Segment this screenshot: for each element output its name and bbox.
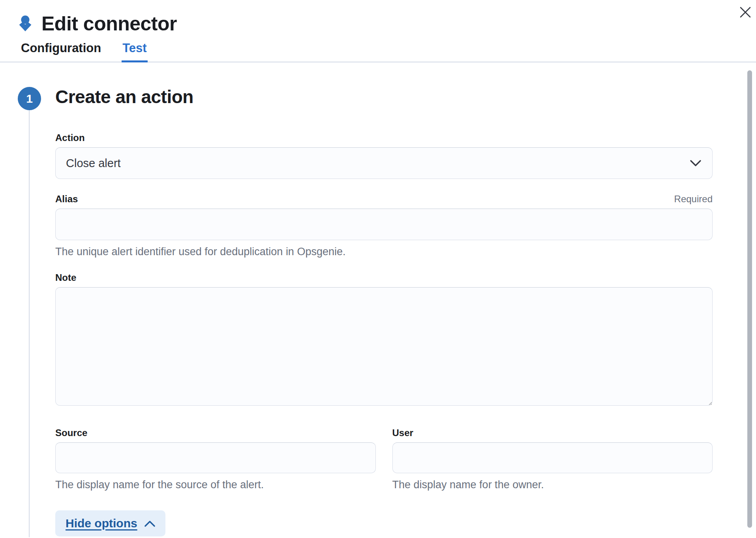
action-label: Action: [55, 132, 713, 143]
alias-help-text: The unique alert identifier used for ded…: [55, 245, 713, 258]
tab-test[interactable]: Test: [122, 40, 147, 62]
step-title: Create an action: [55, 86, 713, 107]
page-title: Edit connector: [41, 13, 177, 34]
note-label: Note: [55, 272, 713, 283]
note-field-row: Note: [55, 272, 713, 407]
test-connector-form: 1 Create an action Action Close alert Al…: [0, 62, 756, 537]
hide-options-button[interactable]: Hide options: [55, 510, 165, 536]
close-icon: [739, 6, 751, 18]
alias-field-row: Alias Required The unique alert identifi…: [55, 193, 713, 258]
close-button[interactable]: [736, 3, 754, 21]
source-field: Source The display name for the source o…: [55, 427, 376, 491]
action-select-value: Close alert: [66, 157, 121, 170]
alias-label: Alias: [55, 193, 78, 205]
flyout-header: Edit connector: [0, 0, 756, 34]
tab-configuration[interactable]: Configuration: [20, 40, 102, 62]
action-field-row: Action Close alert: [55, 132, 713, 179]
source-user-row: Source The display name for the source o…: [55, 427, 713, 491]
chevron-down-icon: [690, 160, 701, 167]
alias-required-text: Required: [674, 193, 713, 205]
user-label: User: [392, 427, 713, 438]
action-select[interactable]: Close alert: [55, 147, 713, 179]
step-rail: [29, 110, 30, 537]
user-input[interactable]: [392, 442, 713, 473]
opsgenie-logo-icon: [19, 15, 32, 32]
note-textarea[interactable]: [55, 287, 713, 406]
step-number-badge: 1: [18, 87, 41, 110]
chevron-up-icon: [144, 520, 155, 527]
source-input[interactable]: [55, 442, 376, 473]
hide-options-label: Hide options: [66, 517, 137, 530]
user-field: User The display name for the owner.: [392, 427, 713, 491]
alias-input[interactable]: [55, 209, 713, 240]
source-label: Source: [55, 427, 376, 438]
tabs-bar: Configuration Test: [0, 40, 756, 62]
vertical-scrollbar[interactable]: [747, 70, 752, 528]
source-help-text: The display name for the source of the a…: [55, 478, 376, 491]
user-help-text: The display name for the owner.: [392, 478, 713, 491]
